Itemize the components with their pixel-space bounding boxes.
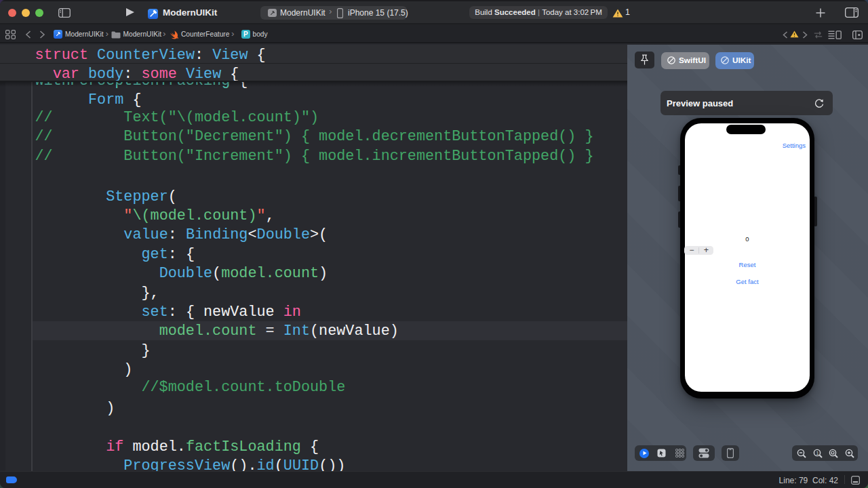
svg-text:1: 1 bbox=[816, 450, 818, 455]
